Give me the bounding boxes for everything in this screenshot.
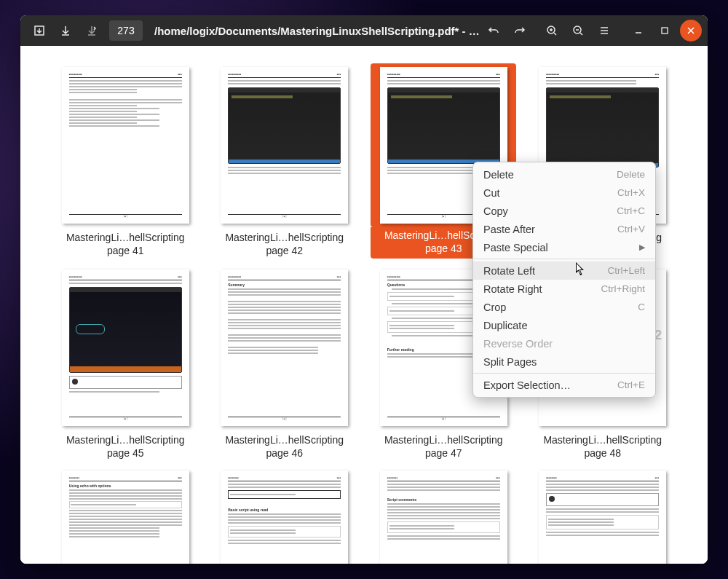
close-button[interactable] [680, 20, 702, 42]
menu-separator [473, 259, 655, 259]
page-thumbnail[interactable]: ■■■■■■■■■■■■■[ ■ ]MasteringLi…hellScript… [50, 63, 202, 259]
menu-item-label: Reverse Order [483, 338, 553, 350]
page-thumbnail[interactable]: ■■■■■■■■■■■Script commentsMasteringLi…he… [368, 467, 520, 564]
menu-item-label: Delete [483, 169, 514, 181]
menu-item-export-selection[interactable]: Export Selection…Ctrl+E [473, 376, 655, 394]
menu-item-label: Crop [483, 302, 506, 313]
minimize-button[interactable] [628, 20, 649, 42]
page-preview: ■■■■■■■■■■■Script comments [380, 470, 507, 564]
menu-separator [473, 373, 655, 374]
menu-item-label: Cut [483, 187, 500, 199]
thumbnail-label: MasteringLi…hellScriptingpage 45 [66, 434, 185, 460]
menu-item-accel: C [638, 302, 645, 312]
page-thumbnail[interactable]: ■■■■■■■■■■■■■[ ■ ]MasteringLi…hellScript… [50, 266, 202, 460]
menu-item-reverse-order: Reverse Order [473, 334, 655, 352]
menu-item-accel: Delete [617, 169, 645, 180]
menu-item-label: Duplicate [483, 320, 527, 331]
menu-item-accel: Ctrl+C [617, 205, 645, 216]
menu-item-accel: Ctrl+Right [601, 283, 645, 294]
menu-item-label: Split Pages [483, 356, 537, 368]
menu-item-rotate-right[interactable]: Rotate RightCtrl+Right [473, 280, 655, 298]
page-preview: ■■■■■■■■■■■■■[ ■ ] [62, 67, 189, 224]
submenu-arrow-icon: ▶ [639, 243, 645, 252]
mouse-cursor-icon [576, 262, 586, 277]
menu-item-label: Rotate Right [483, 283, 542, 295]
window-title: /home/logix/Documents/MasteringLinuxShel… [147, 25, 480, 37]
thumbnail-label: MasteringLi…hellScriptingpage 47 [384, 434, 503, 460]
save-icon[interactable] [52, 20, 79, 42]
page-preview: ■■■■■■■■■■■■■[ ■ ] [62, 269, 189, 426]
zoom-out-icon[interactable] [565, 20, 591, 42]
import-icon[interactable] [26, 20, 52, 42]
menu-item-accel: Ctrl+E [617, 379, 645, 390]
menu-item-rotate-left[interactable]: Rotate LeftCtrl+Left [473, 261, 655, 280]
page-preview: ■■■■■■■■■■■Basic script using read [221, 470, 348, 564]
menu-item-split-pages[interactable]: Split Pages [473, 352, 655, 371]
thumbnail-label: MasteringLi…hellScriptingpage 46 [225, 434, 344, 460]
page-thumbnail[interactable]: ■■■■■■■■■■■■■[ ■ ]MasteringLi…hellScript… [209, 63, 361, 259]
save-as-icon[interactable] [79, 20, 105, 42]
undo-icon[interactable] [480, 20, 507, 42]
menu-item-label: Rotate Left [483, 265, 535, 277]
page-thumbnail[interactable]: ■■■■■■■■■■■MasteringLi…hellScriptingpage… [527, 467, 679, 564]
menu-item-label: Paste Special [483, 242, 548, 253]
menu-item-label: Paste After [483, 224, 535, 235]
menu-item-label: Export Selection… [483, 379, 571, 391]
titlebar: /home/logix/Documents/MasteringLinuxShel… [20, 15, 708, 46]
page-preview: ■■■■■■■■■■■Using echo with options [62, 470, 189, 564]
page-thumbnail[interactable]: ■■■■■■■■■■■■■Summary[ ■ ]MasteringLi…hel… [209, 266, 361, 460]
menu-item-accel: Ctrl+V [617, 224, 645, 235]
menu-item-copy[interactable]: CopyCtrl+C [473, 202, 655, 220]
page-preview: ■■■■■■■■■■■ [539, 470, 666, 564]
menu-item-delete[interactable]: DeleteDelete [473, 165, 655, 184]
page-thumbnail[interactable]: ■■■■■■■■■■■Basic script using readMaster… [209, 467, 361, 564]
context-menu: DeleteDeleteCutCtrl+XCopyCtrl+CPaste Aft… [472, 162, 656, 398]
thumbnail-label: MasteringLi…hellScriptingpage 42 [225, 232, 344, 257]
page-number-input[interactable] [109, 20, 143, 41]
desktop-background: /home/logix/Documents/MasteringLinuxShel… [0, 0, 728, 579]
menu-item-accel: Ctrl+X [617, 187, 645, 198]
page-preview: ■■■■■■■■■■■■■Summary[ ■ ] [221, 269, 348, 426]
maximize-button[interactable] [654, 20, 676, 42]
svg-rect-3 [662, 28, 668, 34]
page-thumbnail[interactable]: ■■■■■■■■■■■Using echo with optionsMaster… [50, 467, 202, 564]
menu-item-paste-after[interactable]: Paste AfterCtrl+V [473, 220, 655, 238]
page-preview: ■■■■■■■■■■■■■[ ■ ] [221, 67, 348, 224]
zoom-in-icon[interactable] [539, 20, 565, 42]
thumbnail-label: MasteringLi…hellScriptingpage 48 [543, 434, 662, 460]
menu-item-crop[interactable]: CropC [473, 298, 655, 316]
menu-item-accel: Ctrl+Left [608, 265, 645, 276]
hamburger-menu-icon[interactable] [591, 20, 617, 42]
redo-icon[interactable] [507, 20, 533, 42]
menu-item-paste-special[interactable]: Paste Special▶ [473, 238, 655, 256]
thumbnail-label: MasteringLi…hellScriptingpage 41 [66, 232, 185, 257]
menu-item-label: Copy [483, 205, 508, 217]
menu-item-cut[interactable]: CutCtrl+X [473, 184, 655, 202]
menu-item-duplicate[interactable]: Duplicate [473, 316, 655, 334]
